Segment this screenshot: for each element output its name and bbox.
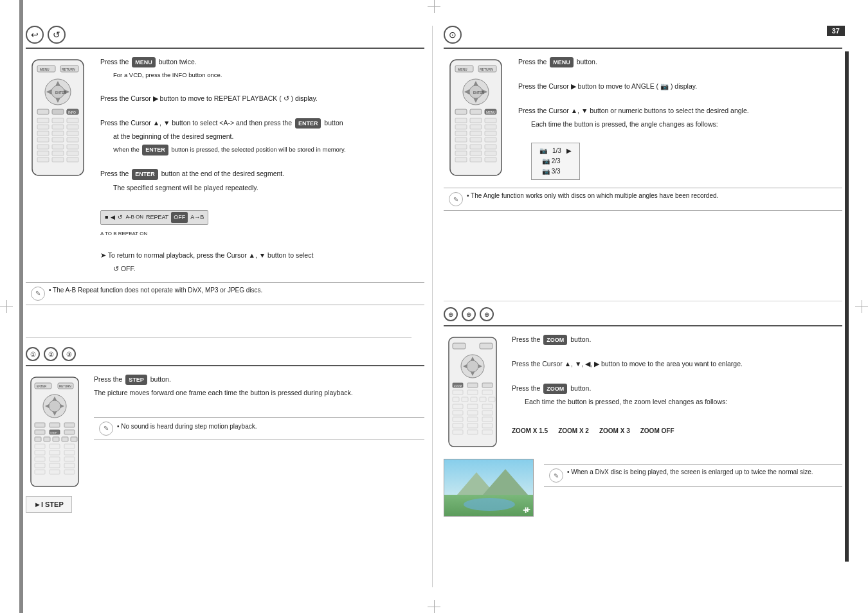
ab-repeat-header: ↩ ↺ <box>26 26 424 49</box>
step-circle-1: ① <box>26 347 40 361</box>
svg-rect-19 <box>52 125 64 129</box>
step-btn: STEP <box>125 375 147 385</box>
zoom-step3: Press the ZOOM button. <box>512 383 842 394</box>
remote-angle: MENU RETURN ENTER MENU <box>444 57 508 180</box>
svg-rect-18 <box>37 125 49 129</box>
zoom-note: ✎ • When a DivX disc is being played, th… <box>544 464 842 487</box>
svg-rect-31 <box>52 151 64 155</box>
zoom-level-off: ZOOM OFF <box>640 426 674 436</box>
svg-rect-131 <box>471 397 477 402</box>
angle-step3: Press the Cursor ▲, ▼ button or numeric … <box>518 105 842 116</box>
right-h-divider <box>444 301 842 301</box>
svg-rect-17 <box>67 118 78 123</box>
menu-button-label: MENU <box>132 57 156 67</box>
svg-text:ENTER: ENTER <box>37 385 47 388</box>
svg-rect-145 <box>482 423 493 428</box>
ab-repeat-note: ✎ • The A-B Repeat function does not ope… <box>26 282 424 305</box>
svg-rect-147 <box>467 430 478 434</box>
svg-rect-27 <box>37 145 49 149</box>
svg-rect-23 <box>67 131 78 136</box>
zoom-step3-detail: Each time the button is pressed, the zoo… <box>512 396 842 407</box>
svg-rect-62 <box>50 444 60 449</box>
note-icon: ✎ <box>31 287 45 301</box>
svg-text:ZOOM: ZOOM <box>454 384 462 387</box>
svg-rect-104 <box>455 145 467 149</box>
svg-rect-137 <box>453 411 463 415</box>
angle-fraction-2: 2/3 <box>552 157 561 164</box>
svg-rect-93 <box>470 118 482 123</box>
svg-rect-65 <box>50 450 60 455</box>
angle-circle-icon: ⊙ <box>444 26 462 44</box>
svg-rect-135 <box>467 404 478 409</box>
step-text: Press the STEP button. The picture moves… <box>94 374 424 445</box>
ab-repeat-text: Press the MENU button twice. For a VCD, … <box>100 57 424 277</box>
ab-repeat-content: MENU RETURN ENTER <box>26 57 424 277</box>
svg-rect-101 <box>455 138 467 142</box>
zoom-level-3: ZOOM X 3 <box>599 426 630 436</box>
svg-rect-34 <box>52 157 64 162</box>
svg-rect-28 <box>52 145 64 149</box>
svg-rect-143 <box>453 423 463 428</box>
svg-rect-133 <box>489 397 495 402</box>
svg-rect-129 <box>453 397 459 402</box>
svg-text:ENTER: ENTER <box>55 91 66 94</box>
status-highlight: OFF <box>171 212 188 222</box>
svg-rect-107 <box>455 151 467 155</box>
svg-rect-99 <box>470 131 482 136</box>
step-circle-3: ③ <box>62 347 76 361</box>
svg-text:RETURN: RETURN <box>62 67 75 71</box>
tip-cont: ↺ OFF. <box>100 263 424 274</box>
svg-point-48 <box>49 400 60 412</box>
enter-button-ref: ENTER <box>295 118 321 129</box>
zoom-level-1: ZOOM X 1.5 <box>512 426 548 436</box>
step-content: ENTER RETURN ST <box>26 374 424 491</box>
angle-row1: 📷 1/3 ▶ <box>539 146 572 156</box>
svg-rect-110 <box>455 157 467 162</box>
svg-text:RETURN: RETURN <box>59 385 71 388</box>
zoom-circle-2: ⊕ <box>462 307 476 321</box>
svg-rect-126 <box>453 390 463 395</box>
svg-rect-49 <box>35 423 45 427</box>
zoom-note-area: ✎ • When a DivX disc is being played, th… <box>544 459 842 492</box>
remote-ab-repeat: MENU RETURN ENTER <box>26 57 90 180</box>
angle-note: ✎ • The Angle function works only with d… <box>444 188 842 211</box>
step-note-text: • No sound is heard during step motion p… <box>117 422 257 432</box>
svg-rect-63 <box>64 444 75 449</box>
svg-rect-56 <box>35 437 41 441</box>
note-text: • The A-B Repeat function does not opera… <box>49 287 262 294</box>
angle-menu-btn: MENU <box>550 57 574 67</box>
svg-rect-128 <box>482 390 493 395</box>
svg-rect-59 <box>62 437 68 441</box>
svg-rect-115 <box>480 343 493 349</box>
svg-rect-67 <box>35 457 45 461</box>
svg-rect-61 <box>35 444 45 449</box>
svg-rect-144 <box>467 423 478 428</box>
svg-text:MENU: MENU <box>40 67 50 71</box>
svg-rect-71 <box>50 463 60 468</box>
bottom-crosshair <box>428 600 440 613</box>
step-motion-section: ① ② ③ ENTER RETURN <box>26 347 424 591</box>
svg-rect-112 <box>485 157 496 162</box>
svg-rect-73 <box>35 470 45 474</box>
angle-content: MENU RETURN ENTER MENU <box>444 57 842 180</box>
svg-text:RETURN: RETURN <box>480 67 493 71</box>
right-border-bar <box>845 51 849 562</box>
angle-icon-2: 📷 <box>542 157 550 164</box>
step-circle-2: ② <box>44 347 58 361</box>
svg-rect-35 <box>67 157 78 162</box>
angle-row2: 📷 2/3 <box>539 156 572 166</box>
step2-text: Press the Cursor ▶ button to move to REP… <box>100 93 424 104</box>
svg-rect-94 <box>485 118 496 123</box>
zoom-note-text: • When a DivX disc is being played, the … <box>567 468 813 475</box>
svg-rect-92 <box>455 118 467 123</box>
center-vertical-divider <box>432 26 433 587</box>
svg-rect-105 <box>470 145 482 149</box>
svg-text:+: + <box>523 504 529 515</box>
angle-fraction-header: 1/3 <box>552 146 561 156</box>
angle-fraction-3: 3/3 <box>552 168 561 175</box>
zoom-thumbnail: + <box>444 459 534 517</box>
svg-rect-60 <box>71 437 77 441</box>
step3-sub: When the ENTER button is pressed, the se… <box>100 145 424 155</box>
zoom-btn-1: ZOOM <box>543 335 567 345</box>
right-crosshair <box>855 300 868 313</box>
